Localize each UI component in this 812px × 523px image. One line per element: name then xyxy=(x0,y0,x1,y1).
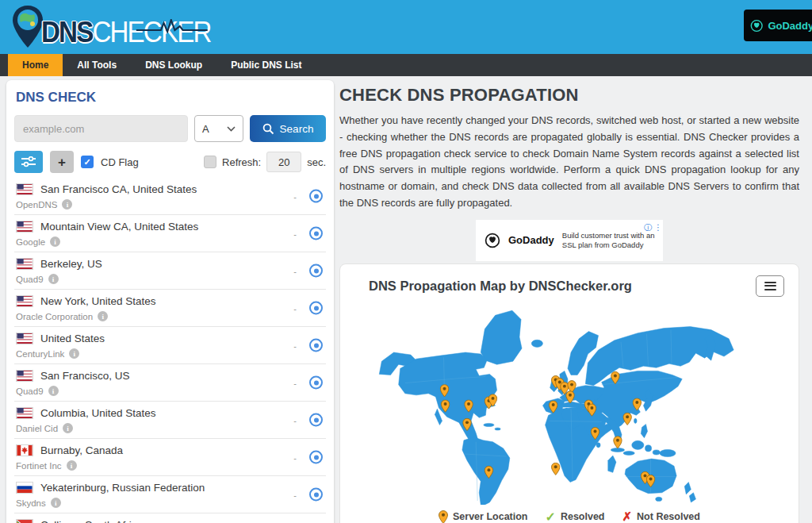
godaddy-ad-text: Build customer trust with anSSL plan fro… xyxy=(562,231,655,250)
info-icon[interactable]: i xyxy=(67,460,77,471)
refresh-unit: sec. xyxy=(307,156,326,168)
site-header: DNS CHECKER GoDaddy Buildbuildwith xyxy=(0,0,812,54)
server-row: San Francisco, US Quad9 i - xyxy=(14,363,326,401)
info-icon[interactable]: i xyxy=(50,237,60,247)
server-location: Cullinan, South Africa xyxy=(40,519,143,523)
info-icon[interactable]: i xyxy=(62,199,72,210)
info-icon[interactable]: i xyxy=(98,311,108,321)
panel-title: DNS CHECK xyxy=(16,90,326,106)
legend-cross: ✗Not Resolved xyxy=(622,510,700,523)
server-location-pin xyxy=(614,436,622,448)
flag-canada-icon xyxy=(16,444,33,456)
refresh-checkbox[interactable] xyxy=(204,156,216,168)
dns-check-panel: DNS CHECK A Search xyxy=(6,80,334,523)
flag-us-icon xyxy=(16,258,33,270)
ad-info-icon[interactable]: ⓘ xyxy=(644,222,652,233)
content-column: CHECK DNS PROPAGATION Whether you have r… xyxy=(339,80,806,523)
recheck-icon[interactable] xyxy=(309,227,323,240)
ad-menu-icon[interactable]: ⋮ xyxy=(654,223,662,232)
propagation-map-card: DNS Propagation Map by DNSChecker.org xyxy=(339,263,799,523)
map-menu-button[interactable] xyxy=(756,275,784,297)
server-provider: Quad9 xyxy=(16,275,44,284)
world-map xyxy=(353,300,786,505)
recheck-icon[interactable] xyxy=(309,488,323,502)
cd-flag-checkbox[interactable]: ✓ xyxy=(81,156,94,168)
server-result: - xyxy=(293,415,297,425)
info-icon[interactable]: i xyxy=(63,423,73,433)
legend-check: ✓Resolved xyxy=(546,510,605,523)
server-row: Mountain View CA, United States Google i… xyxy=(14,214,326,252)
nav-item-home[interactable]: Home xyxy=(8,54,63,76)
server-location-pin xyxy=(623,413,632,425)
server-result: - xyxy=(293,452,297,462)
main-nav: HomeAll ToolsDNS LookupPublic DNS List xyxy=(0,54,812,76)
recheck-icon[interactable] xyxy=(309,264,323,278)
godaddy-logo-icon xyxy=(485,233,500,248)
server-location: Berkeley, US xyxy=(40,258,102,270)
godaddy-brand-text: GoDaddy xyxy=(508,234,554,246)
map-pin-globe-icon xyxy=(11,5,44,49)
legend-pin: Server Location xyxy=(439,510,527,523)
options-toggle-button[interactable] xyxy=(14,151,43,173)
server-row: San Francisco CA, United States OpenDNS … xyxy=(14,178,326,214)
server-provider: Oracle Corporation xyxy=(16,312,93,321)
server-row: New York, United States Oracle Corporati… xyxy=(14,289,326,326)
server-location-pin xyxy=(551,463,560,475)
server-location-pin xyxy=(566,391,575,403)
hostname-input[interactable] xyxy=(14,115,188,142)
server-result: - xyxy=(293,490,297,499)
info-icon[interactable]: i xyxy=(48,274,59,284)
nav-item-public-dns-list[interactable]: Public DNS List xyxy=(216,54,316,76)
server-row: Cullinan, South Africa Liquid Telecommun… xyxy=(14,513,326,523)
info-icon[interactable]: i xyxy=(51,498,61,508)
map-title: DNS Propagation Map by DNSChecker.org xyxy=(369,279,632,294)
recheck-icon[interactable] xyxy=(309,413,323,427)
info-icon[interactable]: i xyxy=(48,386,59,396)
search-button[interactable]: Search xyxy=(250,115,326,142)
server-provider: Quad9 xyxy=(16,386,44,396)
cd-flag-label: CD Flag xyxy=(101,156,139,168)
refresh-seconds-input[interactable] xyxy=(266,152,301,172)
server-row: Columbia, United States Daniel Cid i - xyxy=(14,401,326,438)
server-row: Yekaterinburg, Russian Federation Skydns… xyxy=(14,475,326,513)
pulse-line-icon xyxy=(136,19,209,33)
server-list: San Francisco CA, United States OpenDNS … xyxy=(14,178,326,523)
server-location: Yekaterinburg, Russian Federation xyxy=(40,482,205,494)
recheck-icon[interactable] xyxy=(309,190,323,203)
logo-checker-text: CHECKER xyxy=(92,16,210,49)
server-location: New York, United States xyxy=(40,295,156,307)
server-provider: OpenDNS xyxy=(16,200,57,210)
godaddy-header-ad[interactable]: GoDaddy Buildbuildwith xyxy=(744,10,812,41)
map-legend: Server Location✓Resolved✗Not Resolved xyxy=(353,510,786,523)
recheck-icon[interactable] xyxy=(309,451,323,464)
server-result: - xyxy=(293,229,297,238)
nav-item-dns-lookup[interactable]: DNS Lookup xyxy=(131,54,216,76)
info-icon[interactable]: i xyxy=(69,348,79,359)
dnschecker-logo[interactable]: DNS CHECKER xyxy=(11,5,225,49)
godaddy-logo-icon xyxy=(750,19,763,33)
godaddy-inline-ad[interactable]: GoDaddy Build customer trust with anSSL … xyxy=(481,225,657,256)
server-result: - xyxy=(293,191,297,201)
flag-us-icon xyxy=(16,295,33,307)
flag-russia-icon xyxy=(16,482,33,494)
server-result: - xyxy=(293,266,297,275)
pin-icon xyxy=(439,510,448,523)
server-row: Berkeley, US Quad9 i - xyxy=(14,252,326,289)
nav-item-all-tools[interactable]: All Tools xyxy=(63,54,131,76)
page-title: CHECK DNS PROPAGATION xyxy=(339,85,799,106)
add-server-button[interactable]: + xyxy=(50,151,74,173)
record-type-select[interactable]: A xyxy=(194,115,243,142)
server-row: United States CenturyLink i - xyxy=(14,326,326,363)
recheck-icon[interactable] xyxy=(309,302,323,315)
recheck-icon[interactable] xyxy=(309,339,323,352)
server-provider: Google xyxy=(16,237,45,247)
sliders-icon xyxy=(21,156,36,167)
server-result: - xyxy=(293,303,297,313)
server-location: Burnaby, Canada xyxy=(40,444,123,456)
flag-us-icon xyxy=(16,221,33,233)
server-provider: Daniel Cid xyxy=(16,424,58,433)
server-result: - xyxy=(293,340,297,350)
chevron-down-icon xyxy=(227,126,236,132)
recheck-icon[interactable] xyxy=(309,376,323,390)
refresh-label: Refresh: xyxy=(222,156,261,168)
